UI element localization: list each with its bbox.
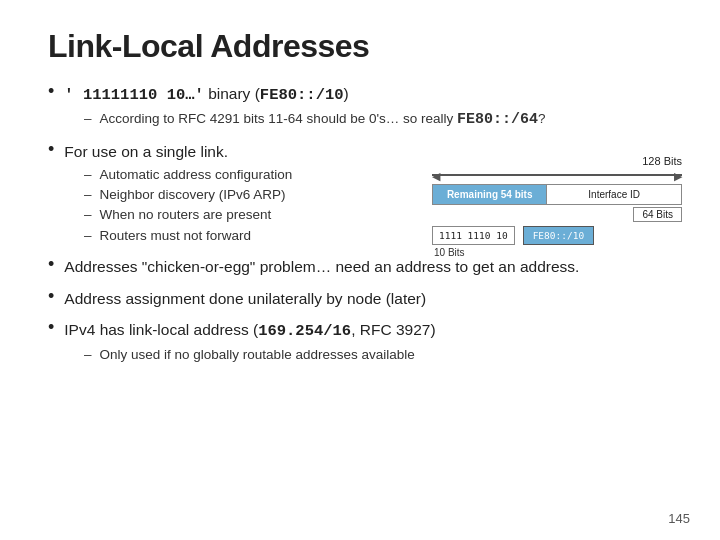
- sub-bullet-1-1: – According to RFC 4291 bits 11-64 shoul…: [84, 109, 672, 132]
- sub-text-5-1: Only used if no globally routable addres…: [100, 345, 415, 365]
- bullet-4: • Address assignment done unilaterally b…: [48, 288, 672, 310]
- interface-id-box: Interface ID: [547, 185, 681, 204]
- bullet-dot-3: •: [48, 254, 54, 275]
- bullet-dot-1: •: [48, 81, 54, 102]
- bullet-3: • Addresses "chicken-or-egg" problem… ne…: [48, 256, 672, 278]
- slide-title: Link-Local Addresses: [48, 28, 672, 65]
- sub-bullet-5-1: – Only used if no globally routable addr…: [84, 345, 672, 365]
- 64-bits-label-row: 64 Bits: [432, 207, 682, 222]
- lower-boxes: 1111 1110 10 FE80::/10: [432, 226, 682, 245]
- bullet-dot-5: •: [48, 317, 54, 338]
- bullet-4-main: • Address assignment done unilaterally b…: [48, 288, 672, 310]
- binary-text: ' 11111110 10…': [64, 86, 204, 104]
- bullet-5-text: IPv4 has link-local address (169.254/16,…: [64, 319, 435, 343]
- 128-bits-arrow: ◀ ▶: [432, 168, 682, 182]
- bullet-4-text: Address assignment done unilaterally by …: [64, 288, 426, 310]
- 64-bits-label: 64 Bits: [633, 207, 682, 222]
- main-boxes: Remaining 54 bits Interface ID: [432, 184, 682, 205]
- bullet-1-main: • ' 11111110 10…' binary (FE80::/10): [48, 83, 672, 107]
- bullet-1-text: ' 11111110 10…' binary (FE80::/10): [64, 83, 348, 107]
- slide: Link-Local Addresses • ' 11111110 10…' b…: [0, 0, 720, 540]
- bullet-dot-4: •: [48, 286, 54, 307]
- 128-bits-label: 128 Bits: [432, 155, 682, 167]
- 10-bits-label: 10 Bits: [434, 247, 682, 258]
- bullet-dot-2: •: [48, 139, 54, 160]
- bullet-1-subs: – According to RFC 4291 bits 11-64 shoul…: [84, 109, 672, 132]
- page-number: 145: [668, 511, 690, 526]
- diagram: 128 Bits ◀ ▶ Remaining 54 bits Interface…: [432, 155, 682, 258]
- fe80-box: FE80::/10: [523, 226, 594, 245]
- ipv4-address: 169.254/16: [258, 322, 351, 340]
- sub-text-2-2: Neighbor discovery (IPv6 ARP): [100, 185, 286, 205]
- bullet-2-text: For use on a single link.: [64, 141, 228, 163]
- bullet-5-main: • IPv4 has link-local address (169.254/1…: [48, 319, 672, 343]
- bullet-3-main: • Addresses "chicken-or-egg" problem… ne…: [48, 256, 672, 278]
- sub-text-2-1: Automatic address configuration: [100, 165, 293, 185]
- fe80-prefix: FE80::/10: [260, 86, 344, 104]
- remaining-bits-box: Remaining 54 bits: [433, 185, 547, 204]
- binary-box: 1111 1110 10: [432, 226, 515, 245]
- sub-dash: –: [84, 109, 92, 129]
- bullet-5: • IPv4 has link-local address (169.254/1…: [48, 319, 672, 365]
- bullet-1: • ' 11111110 10…' binary (FE80::/10) – A…: [48, 83, 672, 131]
- sub-text-2-3: When no routers are present: [100, 205, 272, 225]
- sub-text-1-1: According to RFC 4291 bits 11-64 should …: [100, 109, 546, 132]
- bullet-5-subs: – Only used if no globally routable addr…: [84, 345, 672, 365]
- sub-text-2-4: Routers must not forward: [100, 226, 252, 246]
- bullet-3-text: Addresses "chicken-or-egg" problem… need…: [64, 256, 579, 278]
